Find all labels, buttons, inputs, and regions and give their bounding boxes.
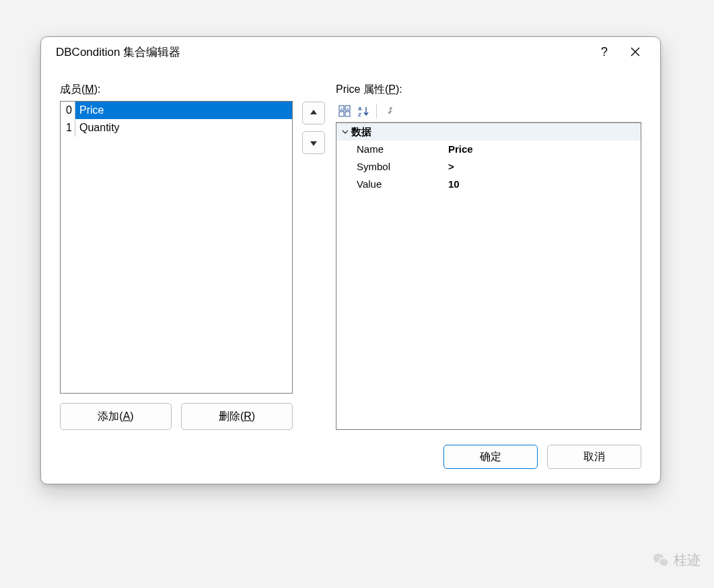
list-item-name: Price — [75, 102, 292, 119]
property-category[interactable]: 数据 — [336, 123, 641, 141]
properties-label: Price 属性(P): — [336, 83, 641, 97]
property-pages-button[interactable] — [381, 102, 398, 120]
move-up-button[interactable] — [302, 102, 325, 124]
list-item-index: 1 — [61, 119, 75, 137]
members-panel: 成员(M): 0Price1Quantity 添加(A) 删除(R) — [60, 83, 293, 430]
property-toolbar: ++ A Z — [336, 101, 641, 122]
help-icon: ? — [601, 45, 608, 59]
remove-button[interactable]: 删除(R) — [181, 403, 293, 430]
property-row[interactable]: Symbol> — [336, 158, 641, 176]
arrow-up-icon — [309, 108, 318, 118]
watermark-text: 桂迹 — [674, 551, 701, 569]
categorized-icon: ++ — [338, 105, 351, 117]
members-list[interactable]: 0Price1Quantity — [60, 101, 293, 394]
toolbar-separator — [376, 104, 377, 118]
list-item-name: Quantity — [75, 119, 292, 137]
add-button[interactable]: 添加(A) — [60, 403, 172, 430]
dialog-content: 成员(M): 0Price1Quantity 添加(A) 删除(R) — [41, 67, 660, 442]
list-item[interactable]: 1Quantity — [61, 119, 292, 137]
collection-editor-dialog: DBCondition 集合编辑器 ? 成员(M): 0Price1Quanti… — [40, 36, 661, 484]
svg-text:+: + — [347, 106, 349, 110]
members-label: 成员(M): — [60, 83, 293, 97]
wrench-icon — [384, 105, 396, 117]
list-item-index: 0 — [61, 102, 75, 119]
close-button[interactable] — [620, 41, 651, 63]
watermark: 桂迹 — [652, 551, 701, 569]
svg-text:A: A — [358, 106, 362, 112]
chevron-down-icon — [339, 128, 351, 135]
dialog-title: DBCondition 集合编辑器 — [56, 44, 589, 60]
svg-text:+: + — [341, 106, 343, 110]
reorder-buttons — [302, 83, 326, 430]
close-icon — [631, 47, 640, 57]
svg-rect-3 — [345, 112, 350, 116]
properties-panel: Price 属性(P): ++ A Z — [336, 83, 641, 430]
move-down-button[interactable] — [302, 131, 325, 154]
list-item[interactable]: 0Price — [61, 102, 292, 119]
svg-rect-2 — [339, 112, 344, 116]
category-label: 数据 — [351, 126, 371, 139]
cancel-button[interactable]: 取消 — [547, 445, 641, 469]
property-name: Name — [336, 141, 444, 158]
property-value[interactable]: > — [444, 158, 641, 176]
property-row[interactable]: Value10 — [336, 176, 641, 193]
property-row[interactable]: NamePrice — [336, 141, 641, 158]
property-name: Symbol — [336, 158, 444, 176]
wechat-icon — [652, 552, 670, 569]
member-action-buttons: 添加(A) 删除(R) — [60, 403, 293, 430]
property-value[interactable]: Price — [444, 141, 641, 158]
sort-az-icon: A Z — [357, 105, 369, 117]
alphabetical-button[interactable]: A Z — [355, 102, 372, 120]
property-name: Value — [336, 176, 444, 193]
svg-text:Z: Z — [358, 112, 361, 117]
help-button[interactable]: ? — [589, 41, 620, 63]
titlebar: DBCondition 集合编辑器 ? — [41, 37, 660, 67]
categorized-button[interactable]: ++ — [336, 102, 353, 120]
arrow-down-icon — [309, 138, 318, 147]
property-grid[interactable]: 数据NamePriceSymbol>Value10 — [336, 122, 641, 430]
property-value[interactable]: 10 — [444, 176, 641, 193]
ok-button[interactable]: 确定 — [443, 445, 538, 469]
dialog-footer: 确定 取消 — [41, 442, 660, 484]
